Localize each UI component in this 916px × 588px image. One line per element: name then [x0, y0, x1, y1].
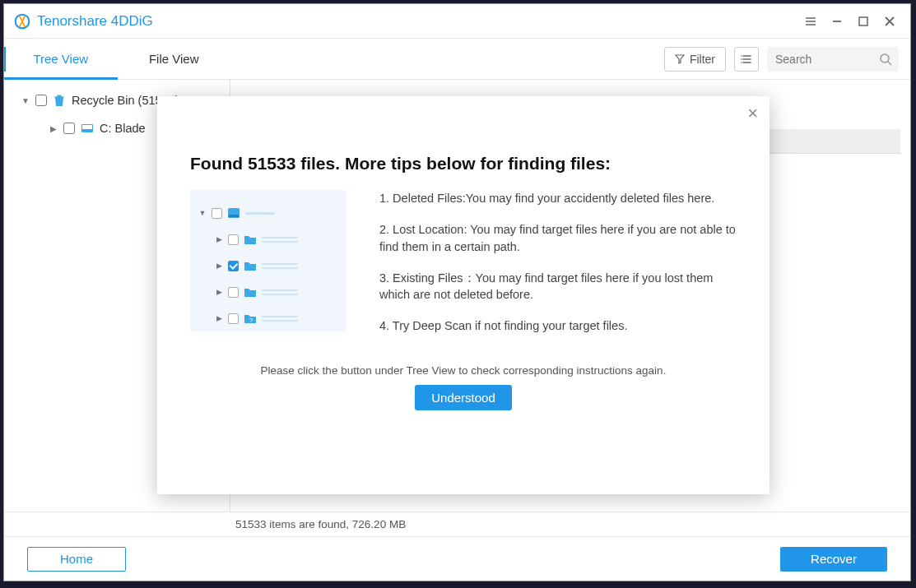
tip-3: 3. Existing Files：You may find target fi… — [379, 270, 737, 303]
mini-checkbox — [212, 208, 222, 219]
mini-folder-icon — [244, 286, 257, 298]
toolbar: Tree View File View Filter — [4, 39, 910, 80]
home-button[interactable]: Home — [27, 547, 126, 572]
statusbar: 51533 items are found, 726.20 MB — [4, 512, 910, 536]
mini-folder-icon — [244, 234, 257, 245]
tree-label-drive-c: C: Blade — [100, 122, 146, 135]
mini-folder-unknown-icon: ? — [244, 313, 257, 324]
chevron-right-icon[interactable]: ▶ — [49, 124, 58, 133]
tip-1: 1. Deleted Files:You may find your accid… — [379, 190, 737, 206]
tab-file-view[interactable]: File View — [118, 39, 231, 80]
maximize-button[interactable] — [853, 11, 874, 32]
menu-button[interactable] — [800, 11, 821, 32]
svg-text:?: ? — [249, 317, 253, 324]
tips-modal: × Found 51533 files. More tips below for… — [157, 96, 770, 494]
mini-chevron-right-icon: ▶ — [215, 235, 223, 243]
mini-tree-illustration: ▼ ▶ ▶ ▶ — [190, 190, 346, 331]
tab-tree-view[interactable]: Tree View — [4, 39, 118, 80]
app-window: Tenorshare 4DDiG Tree View File View Fil… — [3, 3, 911, 581]
minimize-button[interactable] — [826, 11, 848, 32]
mini-chevron-right-icon: ▶ — [215, 288, 223, 296]
toolbar-right: Filter — [664, 47, 910, 72]
svg-rect-1 — [859, 17, 867, 25]
modal-close-button[interactable]: × — [747, 104, 758, 123]
modal-body: ▼ ▶ ▶ ▶ — [157, 190, 770, 350]
svg-rect-6 — [229, 215, 239, 217]
search-icon — [879, 53, 892, 66]
mini-checkbox — [228, 313, 239, 324]
svg-rect-4 — [82, 125, 92, 129]
mini-checkbox-checked — [228, 261, 239, 271]
list-icon — [741, 53, 752, 65]
list-view-button[interactable] — [734, 47, 759, 72]
mini-chevron-right-icon: ▶ — [215, 314, 223, 322]
filter-icon — [675, 54, 685, 64]
drive-icon — [80, 121, 95, 136]
search-wrap — [767, 47, 899, 72]
window-controls — [800, 11, 900, 32]
mini-folder-icon — [244, 260, 257, 271]
mini-checkbox — [228, 287, 239, 298]
svg-point-2 — [881, 54, 889, 63]
tip-2: 2. Lost Location: You may find target fi… — [379, 221, 737, 255]
modal-note: Please click the button under Tree View … — [157, 364, 770, 377]
mini-chevron-down-icon: ▼ — [198, 209, 207, 217]
mini-chevron-right-icon: ▶ — [215, 262, 223, 270]
recover-button[interactable]: Recover — [780, 547, 887, 572]
tips-text: 1. Deleted Files:You may find your accid… — [379, 190, 737, 350]
filter-button[interactable]: Filter — [664, 47, 726, 72]
bottombar: Home Recover — [4, 536, 910, 581]
status-text: 51533 items are found, 726.20 MB — [235, 518, 406, 530]
mini-checkbox — [228, 234, 239, 245]
view-tabs: Tree View File View — [4, 39, 230, 80]
understood-button[interactable]: Understood — [415, 385, 512, 410]
chevron-down-icon[interactable]: ▼ — [21, 96, 30, 105]
checkbox-drive-c[interactable] — [63, 123, 75, 134]
filter-label: Filter — [690, 53, 715, 66]
app-title: Tenorshare 4DDiG — [37, 13, 800, 30]
mini-placeholder-line — [245, 212, 275, 215]
app-logo-icon — [14, 13, 30, 30]
mini-drive-icon — [227, 207, 240, 219]
recycle-bin-icon — [52, 93, 67, 108]
checkbox-recycle-bin[interactable] — [35, 95, 47, 106]
titlebar: Tenorshare 4DDiG — [4, 4, 910, 39]
tip-4: 4. Try Deep Scan if not finding your tar… — [379, 317, 737, 334]
close-button[interactable] — [879, 11, 900, 32]
modal-title: Found 51533 files. More tips below for f… — [157, 96, 770, 190]
